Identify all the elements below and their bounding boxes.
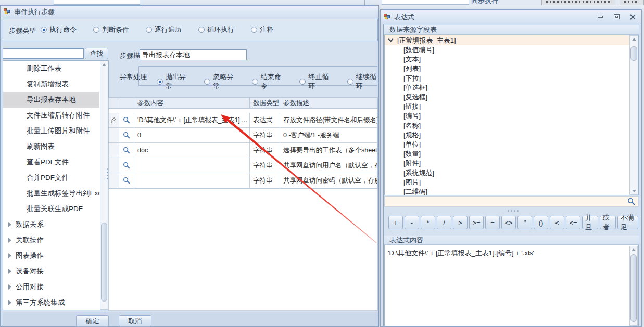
scrollbar-thumb[interactable] bbox=[630, 46, 637, 61]
step-type-radio[interactable]: 执行命令 bbox=[41, 25, 77, 34]
magnifier-icon[interactable] bbox=[123, 147, 130, 154]
tree-field-item[interactable]: [列表] bbox=[385, 64, 638, 73]
exception-radio[interactable]: 结束命令 bbox=[252, 72, 282, 91]
command-group-item[interactable]: 关联操作 bbox=[3, 232, 108, 248]
exception-radio[interactable]: 忽略异常 bbox=[204, 72, 234, 91]
scroll-down-icon[interactable] bbox=[630, 188, 638, 194]
scroll-up-icon[interactable] bbox=[630, 36, 638, 43]
tree-field-item[interactable]: [单位] bbox=[385, 140, 638, 149]
lookup-cell[interactable] bbox=[119, 128, 134, 143]
ok-button[interactable]: 确定 bbox=[76, 315, 109, 327]
operator-button[interactable]: " bbox=[517, 216, 532, 229]
command-group-item[interactable]: 设备对接 bbox=[3, 264, 108, 279]
expression-text[interactable]: 'D:\其他文件\' + [正常填报表_主表1].[编号] + '.xls' bbox=[388, 248, 627, 258]
tree-field-item[interactable]: [文本] bbox=[385, 55, 638, 64]
operator-button[interactable]: - bbox=[405, 216, 419, 229]
expression-scrollbar[interactable] bbox=[629, 246, 638, 326]
command-list-item[interactable]: 批量上传图片和附件 bbox=[3, 123, 108, 139]
search-button[interactable]: 查找 bbox=[85, 48, 108, 59]
step-type-radio[interactable]: 逐行遍历 bbox=[146, 25, 182, 34]
exception-radio[interactable]: 终止循环 bbox=[299, 72, 329, 91]
desc-header[interactable]: 参数描述 bbox=[280, 98, 377, 109]
cancel-button[interactable]: 取消 bbox=[119, 315, 151, 327]
tree-field-item[interactable]: [复选框] bbox=[385, 93, 638, 102]
tree-field-item[interactable]: [链接] bbox=[385, 102, 638, 111]
tree-scrollbar[interactable] bbox=[629, 35, 638, 195]
tree-root-node[interactable]: [正常填报表_主表1] bbox=[385, 35, 638, 45]
search-icon[interactable] bbox=[627, 198, 635, 205]
magnifier-icon[interactable] bbox=[123, 116, 130, 124]
magnifier-icon[interactable] bbox=[123, 162, 130, 169]
command-group-item[interactable]: 图表操作 bbox=[3, 248, 108, 264]
step-type-radio[interactable]: 判断条件 bbox=[93, 25, 129, 34]
tree-field-item[interactable]: [二维码] bbox=[385, 187, 638, 195]
close-button[interactable] bbox=[627, 12, 638, 21]
operator-button[interactable]: <> bbox=[501, 216, 516, 229]
tree-field-item[interactable]: [附件] bbox=[385, 159, 638, 168]
tree-field-item[interactable]: [系统规范] bbox=[385, 168, 638, 177]
type-header[interactable]: 数据类型 bbox=[250, 98, 280, 109]
tree-field-item[interactable]: [编号] bbox=[385, 111, 638, 121]
field-search-box[interactable] bbox=[384, 196, 639, 207]
scrollbar-thumb[interactable] bbox=[101, 223, 107, 302]
event-steps-titlebar[interactable]: 事件执行步骤 bbox=[1, 6, 378, 18]
param-content-cell[interactable] bbox=[134, 158, 250, 173]
tree-field-item[interactable]: [下拉] bbox=[385, 74, 638, 83]
tree-field-item[interactable]: [规格] bbox=[385, 130, 638, 140]
tree-field-item[interactable]: [图片] bbox=[385, 178, 638, 187]
command-list-item[interactable]: 删除工作表 bbox=[3, 61, 108, 76]
tree-field-item[interactable]: [单选框] bbox=[385, 83, 638, 93]
param-content-cell[interactable]: 0 bbox=[134, 128, 250, 143]
command-list-item[interactable]: 复制新增报表 bbox=[3, 76, 108, 92]
lookup-cell[interactable] bbox=[119, 173, 134, 188]
operator-button[interactable]: 或者 bbox=[600, 216, 616, 229]
operator-button[interactable]: < bbox=[550, 216, 564, 229]
tree-field-item[interactable]: [数量] bbox=[385, 149, 638, 159]
step-type-radio[interactable]: 循环执行 bbox=[198, 25, 234, 34]
command-list-item[interactable]: 批量生成标签导出到Exc... bbox=[3, 186, 108, 201]
operator-button[interactable]: > bbox=[453, 216, 468, 229]
command-list-item[interactable]: 查看PDF文件 bbox=[3, 154, 108, 170]
operator-button[interactable]: 并且 bbox=[582, 216, 598, 229]
step-desc-input[interactable] bbox=[140, 49, 247, 60]
minimize-button[interactable] bbox=[595, 12, 605, 21]
operator-button[interactable]: >= bbox=[469, 216, 484, 229]
command-list-item[interactable]: 合并PDF文件 bbox=[3, 170, 108, 186]
operator-button[interactable]: * bbox=[421, 216, 435, 229]
command-list-item[interactable]: 批量关联生成PDF bbox=[3, 201, 108, 217]
command-list-item[interactable]: 文件压缩后转存附件 bbox=[3, 108, 108, 123]
tree-field-item[interactable]: [名称] bbox=[385, 121, 638, 130]
magnifier-icon[interactable] bbox=[123, 132, 130, 139]
expression-editor[interactable]: 'D:\其他文件\' + [正常填报表_主表1].[编号] + '.xls' bbox=[384, 245, 639, 326]
command-list-item[interactable]: 导出报表存本地 bbox=[3, 92, 99, 108]
operator-button[interactable]: <= bbox=[566, 216, 580, 229]
tree-field-item[interactable]: [数值编号] bbox=[385, 45, 638, 55]
lookup-cell[interactable] bbox=[119, 143, 134, 158]
operator-button[interactable]: + bbox=[388, 216, 403, 229]
param-content-cell[interactable]: doc bbox=[134, 143, 250, 158]
magnifier-icon[interactable] bbox=[123, 177, 130, 184]
lookup-cell[interactable] bbox=[119, 113, 134, 128]
param-content-cell[interactable]: 'D:\其他文件\' + [正常填报表_主表1].... bbox=[134, 113, 250, 128]
command-group-item[interactable]: 第三方系统集成 bbox=[3, 295, 108, 310]
command-search-input[interactable] bbox=[3, 48, 84, 59]
splitter-handle[interactable] bbox=[508, 210, 519, 212]
operator-button[interactable]: = bbox=[485, 216, 500, 229]
command-list-item[interactable]: 刷新图表 bbox=[3, 139, 108, 154]
scroll-up-icon[interactable] bbox=[630, 246, 637, 253]
param-content-cell[interactable] bbox=[134, 173, 250, 188]
restore-button[interactable] bbox=[611, 12, 622, 21]
operator-button[interactable]: / bbox=[437, 216, 451, 229]
exception-radio[interactable]: 继续循环 bbox=[347, 72, 377, 91]
command-group-item[interactable]: 公用对接 bbox=[3, 279, 108, 295]
lookup-cell[interactable] bbox=[119, 158, 134, 173]
command-list-scrollbar[interactable] bbox=[100, 61, 108, 310]
operator-button[interactable]: () bbox=[534, 216, 548, 229]
scroll-up-icon[interactable] bbox=[100, 61, 108, 68]
step-type-radio[interactable]: 注释 bbox=[251, 25, 273, 34]
content-header[interactable]: 参数内容 bbox=[134, 98, 250, 109]
scrollbar-thumb[interactable] bbox=[630, 254, 637, 322]
operator-button[interactable]: 不满足 bbox=[617, 216, 638, 229]
command-group-item[interactable]: 数据关系 bbox=[3, 217, 108, 232]
exception-radio[interactable]: 抛出异常 bbox=[157, 72, 186, 91]
